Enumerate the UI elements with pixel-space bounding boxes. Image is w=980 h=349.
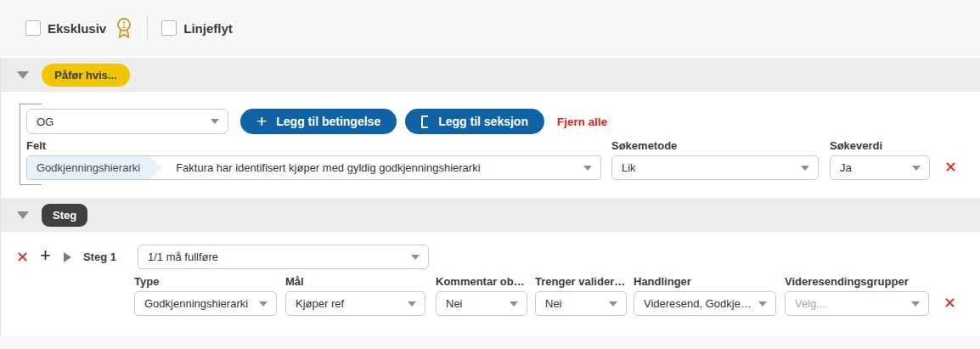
lineflow-checkbox[interactable] bbox=[161, 20, 177, 36]
field-tag-wrap: Godkjenningshierarki bbox=[27, 156, 162, 179]
chevron-down-icon bbox=[801, 166, 809, 171]
chevron-down-icon bbox=[411, 255, 420, 260]
chevron-down-icon bbox=[911, 301, 920, 307]
step-header-row: ✕ + Steg 1 1/1 må fullføre bbox=[16, 245, 980, 269]
operator-dropdown[interactable]: OG bbox=[26, 109, 228, 134]
search-value-dropdown[interactable]: Ja bbox=[830, 155, 930, 180]
add-section-button[interactable]: Legg til seksjon bbox=[405, 109, 544, 134]
search-value-group: Søkeverdi Ja bbox=[830, 139, 930, 180]
plus-icon: + bbox=[256, 112, 267, 130]
medal-icon: 1 bbox=[115, 17, 133, 40]
remove-condition-icon[interactable]: ✕ bbox=[944, 160, 957, 175]
step-fields-row: Type Godkjenningshierarki Mål Kjøper ref… bbox=[134, 275, 980, 316]
step-name: Steg 1 bbox=[83, 250, 116, 263]
type-group: Type Godkjenningshierarki bbox=[134, 275, 277, 316]
steps-section-header: Steg bbox=[1, 198, 980, 232]
comment-required-value: Nei bbox=[446, 297, 463, 310]
target-value: Kjøper ref bbox=[296, 297, 344, 310]
actions-group: Handlinger Videresend, Godkjen... bbox=[634, 275, 776, 316]
search-value-label: Søkeverdi bbox=[830, 139, 930, 152]
actions-dropdown[interactable]: Videresend, Godkjen... bbox=[634, 291, 776, 316]
conditions-section-header: Påfør hvis... bbox=[1, 58, 980, 92]
search-method-label: Søkemetode bbox=[611, 139, 819, 152]
comment-required-group: Kommentar oblig... Nei bbox=[436, 275, 527, 316]
type-label: Type bbox=[134, 275, 277, 288]
field-label: Felt bbox=[26, 139, 601, 152]
remove-all-link[interactable]: Fjern alle bbox=[557, 115, 607, 128]
collapse-conditions-icon[interactable] bbox=[17, 71, 29, 79]
steps-section-body: ✕ + Steg 1 1/1 må fullføre Type Godkjenn… bbox=[1, 232, 980, 336]
steps-badge[interactable]: Steg bbox=[42, 204, 87, 227]
svg-text:1: 1 bbox=[121, 20, 127, 29]
remove-step-row-icon[interactable]: ✕ bbox=[943, 296, 956, 311]
needs-validation-dropdown[interactable]: Nei bbox=[535, 291, 627, 316]
field-dropdown[interactable]: Godkjenningshierarki Faktura har identif… bbox=[26, 155, 601, 180]
forwarding-groups-dropdown[interactable]: Velg... bbox=[785, 291, 929, 316]
target-group: Mål Kjøper ref bbox=[285, 275, 425, 316]
forwarding-groups-group: Videresendingsgrupper Velg... bbox=[785, 275, 929, 316]
add-step-icon[interactable]: + bbox=[40, 246, 51, 265]
add-section-label: Legg til seksjon bbox=[438, 115, 528, 128]
section-bracket-icon bbox=[421, 115, 428, 128]
search-method-value: Lik bbox=[622, 161, 636, 174]
collapse-steps-icon[interactable] bbox=[17, 211, 29, 219]
chevron-down-icon bbox=[583, 166, 592, 171]
chevron-down-icon bbox=[912, 166, 921, 171]
type-dropdown[interactable]: Godkjenningshierarki bbox=[134, 291, 277, 316]
forwarding-groups-placeholder: Velg... bbox=[795, 297, 825, 310]
add-condition-label: Legg til betingelse bbox=[276, 115, 380, 128]
field-group: Felt Godkjenningshierarki Faktura har id… bbox=[26, 139, 601, 180]
chevron-down-icon bbox=[408, 301, 416, 307]
needs-validation-label: Trenger validering bbox=[535, 275, 627, 288]
search-value-value: Ja bbox=[840, 161, 852, 174]
lineflow-label: Linjeflyt bbox=[183, 21, 233, 36]
search-method-dropdown[interactable]: Lik bbox=[611, 155, 819, 180]
condition-row: Felt Godkjenningshierarki Faktura har id… bbox=[26, 139, 980, 180]
field-tag: Godkjenningshierarki bbox=[27, 156, 162, 179]
actions-label: Handlinger bbox=[634, 275, 776, 288]
rule-panel: Påfør hvis... OG + Legg til betingelse L… bbox=[0, 56, 980, 336]
apply-if-badge[interactable]: Påfør hvis... bbox=[42, 64, 130, 87]
chevron-down-icon bbox=[510, 301, 518, 307]
exclusive-label: Eksklusiv bbox=[48, 21, 106, 36]
chevron-down-icon bbox=[758, 301, 767, 307]
comment-required-label: Kommentar oblig... bbox=[436, 275, 527, 288]
target-label: Mål bbox=[285, 275, 425, 288]
chevron-down-icon bbox=[259, 301, 268, 307]
play-icon[interactable] bbox=[64, 252, 71, 262]
target-dropdown[interactable]: Kjøper ref bbox=[285, 291, 425, 316]
topbar-divider bbox=[147, 15, 148, 41]
chevron-down-icon bbox=[609, 301, 617, 307]
forwarding-groups-label: Videresendingsgrupper bbox=[785, 275, 929, 288]
search-method-group: Søkemetode Lik bbox=[611, 139, 819, 180]
type-value: Godkjenningshierarki bbox=[144, 297, 248, 310]
actions-value: Videresend, Godkjen... bbox=[644, 297, 752, 310]
remove-step-icon[interactable]: ✕ bbox=[16, 250, 29, 265]
condition-operators-row: OG + Legg til betingelse Legg til seksjo… bbox=[26, 109, 980, 134]
completion-value: 1/1 må fullføre bbox=[148, 250, 218, 263]
needs-validation-value: Nei bbox=[545, 297, 562, 310]
field-value: Faktura har identifisert kjøper med gyld… bbox=[176, 161, 577, 174]
chevron-down-icon bbox=[211, 119, 219, 124]
needs-validation-group: Trenger validering Nei bbox=[535, 275, 627, 316]
conditions-section-body: OG + Legg til betingelse Legg til seksjo… bbox=[1, 92, 980, 198]
comment-required-dropdown[interactable]: Nei bbox=[436, 291, 527, 316]
topbar: Eksklusiv 1 Linjeflyt bbox=[0, 0, 980, 56]
add-condition-button[interactable]: + Legg til betingelse bbox=[240, 109, 397, 134]
exclusive-checkbox[interactable] bbox=[25, 20, 41, 36]
completion-dropdown[interactable]: 1/1 må fullføre bbox=[138, 245, 429, 269]
